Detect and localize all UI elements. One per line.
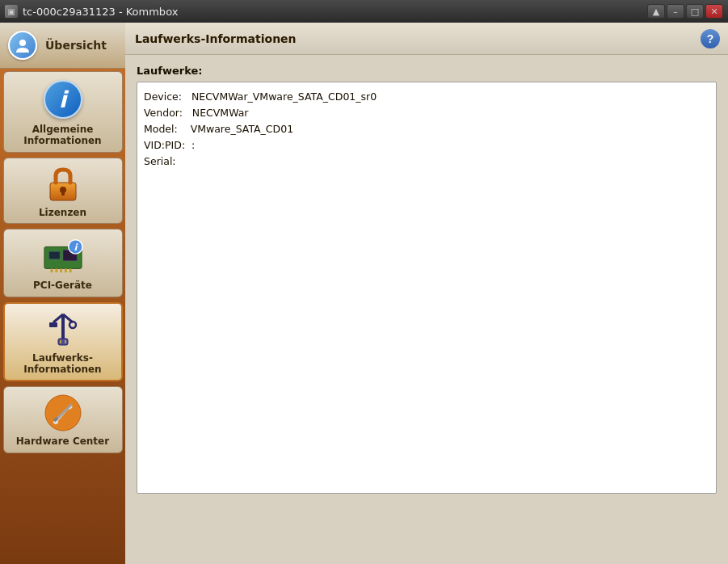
drives-label: Laufwerke: (137, 65, 717, 77)
sidebar-hardware-label: Hardware Center (16, 436, 109, 447)
svg-rect-11 (69, 269, 71, 273)
app-container: Übersicht i Allgemeine Informationen (0, 23, 728, 564)
sidebar: Übersicht i Allgemeine Informationen (0, 23, 125, 564)
svg-rect-5 (48, 251, 59, 259)
pci-icon: i (43, 236, 83, 276)
svg-rect-3 (61, 191, 65, 196)
svg-rect-9 (60, 269, 62, 273)
titlebar-title: tc-000c29a31123 - Kommbox (23, 6, 178, 18)
svg-rect-20 (60, 340, 61, 343)
wrench-icon (44, 394, 82, 432)
titlebar: ▣ tc-000c29a31123 - Kommbox ▲ – □ ✕ (0, 0, 728, 23)
titlebar-close-button[interactable]: ✕ (705, 4, 723, 19)
svg-rect-21 (65, 340, 66, 343)
sidebar-item-overview[interactable]: Übersicht (0, 23, 125, 69)
content-area: Laufwerks-Informationen ? Laufwerke: Dev… (125, 23, 728, 564)
lock-icon (44, 165, 82, 204)
titlebar-controls: ▲ – □ ✕ (647, 4, 723, 19)
svg-point-0 (19, 40, 26, 46)
sidebar-item-allgemeine[interactable]: i Allgemeine Informationen (3, 71, 123, 153)
svg-rect-19 (58, 339, 68, 345)
sidebar-allgemeine-label: Allgemeine Informationen (23, 124, 101, 147)
sidebar-pci-label: PCI-Geräte (33, 280, 92, 291)
help-button[interactable]: ? (701, 29, 720, 48)
titlebar-icon: ▣ (5, 5, 18, 18)
content-body: Laufwerke: Device: NECVMWar_VMware_SATA_… (125, 55, 728, 564)
sidebar-item-hardware[interactable]: Hardware Center (3, 386, 123, 452)
titlebar-minimize-button[interactable]: – (667, 4, 684, 19)
sidebar-laufwerks-label: Laufwerks- Informationen (23, 352, 101, 376)
content-header: Laufwerks-Informationen ? (125, 23, 728, 55)
svg-rect-10 (64, 269, 66, 273)
svg-rect-7 (50, 269, 53, 273)
drives-textarea[interactable]: Device: NECVMWar_VMware_SATA_CD01_sr0 Ve… (137, 82, 717, 494)
usb-icon (44, 310, 82, 349)
sidebar-item-laufwerks[interactable]: Laufwerks- Informationen (3, 302, 123, 382)
sidebar-item-lizenzen[interactable]: Lizenzen (3, 158, 123, 224)
sidebar-lizenzen-label: Lizenzen (39, 207, 86, 218)
overview-icon (8, 31, 37, 60)
svg-rect-8 (55, 269, 57, 273)
svg-point-18 (69, 322, 76, 328)
titlebar-up-button[interactable]: ▲ (647, 4, 665, 19)
info-icon: i (42, 78, 84, 120)
svg-rect-17 (49, 322, 57, 327)
page-title: Laufwerks-Informationen (135, 32, 297, 45)
titlebar-maximize-button[interactable]: □ (686, 4, 704, 19)
titlebar-left: ▣ tc-000c29a31123 - Kommbox (5, 5, 178, 18)
sidebar-item-pci[interactable]: i PCI-Geräte (3, 229, 123, 297)
sidebar-overview-label: Übersicht (45, 39, 107, 53)
